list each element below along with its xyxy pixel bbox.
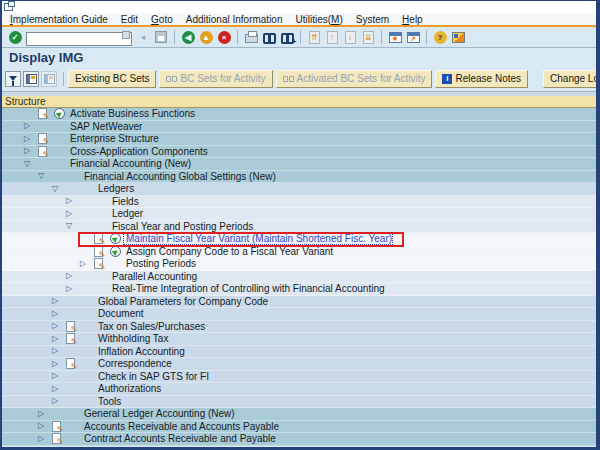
documentation-icon[interactable]: [90, 233, 106, 244]
page-up-icon[interactable]: ↑: [324, 29, 340, 45]
save-icon[interactable]: [153, 29, 169, 45]
tree-item-label[interactable]: Accounts Receivable and Accounts Payable: [82, 421, 279, 432]
tree-item-label[interactable]: Financial Accounting (New): [68, 158, 191, 169]
tree-item-label[interactable]: Real-Time Integration of Controlling wit…: [110, 283, 385, 294]
tree-row[interactable]: ▽Ledgers: [2, 183, 596, 196]
documentation-icon[interactable]: [62, 358, 78, 369]
documentation-icon[interactable]: [62, 321, 78, 332]
command-history-icon[interactable]: ◂: [135, 29, 151, 45]
tree-row[interactable]: ▷Real-Time Integration of Controlling wi…: [2, 283, 596, 296]
tree-item-label[interactable]: Assign Company Code to a Fiscal Year Var…: [124, 246, 333, 257]
tree-item-label[interactable]: SAP NetWeaver: [68, 121, 142, 132]
tree-row[interactable]: Maintain Fiscal Year Variant (Maintain S…: [2, 233, 596, 246]
tree-row[interactable]: Assign Company Code to a Fiscal Year Var…: [2, 246, 596, 259]
tree-item-label[interactable]: Enterprise Structure: [68, 133, 159, 144]
collapsed-arrow-icon[interactable]: ▷: [48, 346, 62, 356]
collapsed-arrow-icon[interactable]: ▷: [48, 371, 62, 381]
collapsed-arrow-icon[interactable]: ▷: [76, 259, 90, 269]
enter-icon[interactable]: ✓: [7, 29, 23, 45]
tree-item-label[interactable]: Posting Periods: [124, 258, 196, 269]
tree-row[interactable]: ▽Financial Accounting (New): [2, 158, 596, 171]
tree-item-label[interactable]: Inflation Accounting: [96, 346, 185, 357]
collapsed-arrow-icon[interactable]: ▷: [48, 396, 62, 406]
documentation-icon[interactable]: [34, 133, 50, 144]
tree-row[interactable]: ▷SAP NetWeaver: [2, 121, 596, 134]
collapsed-arrow-icon[interactable]: ▷: [48, 296, 62, 306]
collapsed-arrow-icon[interactable]: ▷: [48, 334, 62, 344]
tree-item-label[interactable]: Tools: [96, 396, 121, 407]
print-icon[interactable]: [243, 29, 259, 45]
tree-item-label[interactable]: Check in SAP GTS for FI: [96, 371, 209, 382]
tree-item-label[interactable]: Parallel Accounting: [110, 271, 197, 282]
img-activity-icon[interactable]: [50, 108, 68, 119]
tree-item-label[interactable]: Activate Business Functions: [68, 108, 195, 119]
tree-row[interactable]: Activate Business Functions: [2, 108, 596, 121]
documentation-icon[interactable]: [62, 333, 78, 344]
tree-row[interactable]: ▷Fields: [2, 196, 596, 209]
filter-icon[interactable]: [5, 71, 21, 87]
release-notes-button[interactable]: iRelease Notes: [435, 70, 528, 88]
tree-row[interactable]: ▷Document: [2, 308, 596, 321]
collapsed-arrow-icon[interactable]: ▷: [62, 271, 76, 281]
collapsed-arrow-icon[interactable]: ▷: [62, 284, 76, 294]
exit-icon[interactable]: ▲: [198, 29, 214, 45]
tree-item-label[interactable]: Ledgers: [96, 183, 134, 194]
tree-row[interactable]: ▷Correspondence: [2, 358, 596, 371]
tree-row[interactable]: ▷Enterprise Structure: [2, 133, 596, 146]
customize-layout-icon[interactable]: [450, 29, 466, 45]
tree-row[interactable]: ▷Tools: [2, 396, 596, 409]
tree-row[interactable]: ▷Parallel Accounting: [2, 271, 596, 284]
tree-item-label[interactable]: Cross-Application Components: [68, 146, 208, 157]
menu-item-edit[interactable]: Edit: [121, 14, 138, 25]
existing-bc-sets-button[interactable]: Existing BC Sets: [68, 70, 156, 88]
tree-item-label[interactable]: Global Parameters for Company Code: [96, 296, 268, 307]
change-log-button[interactable]: Change Log: [543, 70, 600, 88]
command-list-icon[interactable]: [122, 31, 130, 39]
tree-row[interactable]: ▷Check in SAP GTS for FI: [2, 371, 596, 384]
documentation-icon[interactable]: [90, 246, 106, 257]
menu-item-additional-information[interactable]: Additional Information: [186, 14, 283, 25]
cancel-icon[interactable]: ×: [216, 29, 232, 45]
tree-row[interactable]: ▷General Ledger Accounting (New): [2, 408, 596, 421]
collapsed-arrow-icon[interactable]: ▷: [34, 421, 48, 431]
documentation-icon[interactable]: [90, 258, 106, 269]
tree-row[interactable]: ▷Tax on Sales/Purchases: [2, 321, 596, 334]
menu-item-system[interactable]: System: [356, 14, 389, 25]
expanded-arrow-icon[interactable]: ▽: [20, 159, 34, 169]
menu-item-goto[interactable]: Goto: [151, 14, 173, 25]
tree-row[interactable]: ▽Financial Accounting Global Settings (N…: [2, 171, 596, 184]
expanded-arrow-icon[interactable]: ▽: [62, 221, 76, 231]
collapsed-arrow-icon[interactable]: ▷: [34, 409, 48, 419]
tree-item-label[interactable]: Fiscal Year and Posting Periods: [110, 221, 253, 232]
tree-item-label[interactable]: Authorizations: [96, 383, 161, 394]
expanded-arrow-icon[interactable]: ▽: [48, 184, 62, 194]
tree-row[interactable]: ▷Accounts Receivable and Accounts Payabl…: [2, 421, 596, 434]
collapsed-arrow-icon[interactable]: ▷: [20, 146, 34, 156]
collapsed-arrow-icon[interactable]: ▷: [48, 359, 62, 369]
tree-row[interactable]: ▷Contract Accounts Receivable and Payabl…: [2, 433, 596, 446]
page-down-icon[interactable]: ↓: [342, 29, 358, 45]
find-next-icon[interactable]: +: [279, 29, 295, 45]
tree-item-label[interactable]: Withholding Tax: [96, 333, 168, 344]
first-page-icon[interactable]: ⇈: [306, 29, 322, 45]
tree-item-label[interactable]: Maintain Fiscal Year Variant (Maintain S…: [124, 233, 392, 244]
create-shortcut-icon[interactable]: ↗: [405, 29, 421, 45]
tree-item-label[interactable]: General Ledger Accounting (New): [82, 408, 235, 419]
img-activity-icon[interactable]: [106, 233, 124, 244]
tree-row[interactable]: ▽Fiscal Year and Posting Periods: [2, 221, 596, 234]
collapsed-arrow-icon[interactable]: ▷: [20, 134, 34, 144]
back-icon[interactable]: ◀: [180, 29, 196, 45]
collapsed-arrow-icon[interactable]: ▷: [34, 434, 48, 444]
tree-item-label[interactable]: Document: [96, 308, 144, 319]
collapsed-arrow-icon[interactable]: ▷: [48, 384, 62, 394]
menu-item-implementation-guide[interactable]: Implementation Guide: [10, 14, 108, 25]
tree-row[interactable]: ▷Cross-Application Components: [2, 146, 596, 159]
tree-row[interactable]: ▷Ledger: [2, 208, 596, 221]
menu-item-help[interactable]: Help: [402, 14, 423, 25]
help-icon[interactable]: ?: [432, 29, 448, 45]
tree-item-label[interactable]: Fields: [110, 196, 139, 207]
last-page-icon[interactable]: ⇊: [360, 29, 376, 45]
collapsed-arrow-icon[interactable]: ▷: [62, 196, 76, 206]
documentation-icon[interactable]: [48, 421, 64, 432]
menu-item-utilities-m-[interactable]: Utilities(M): [296, 14, 343, 25]
